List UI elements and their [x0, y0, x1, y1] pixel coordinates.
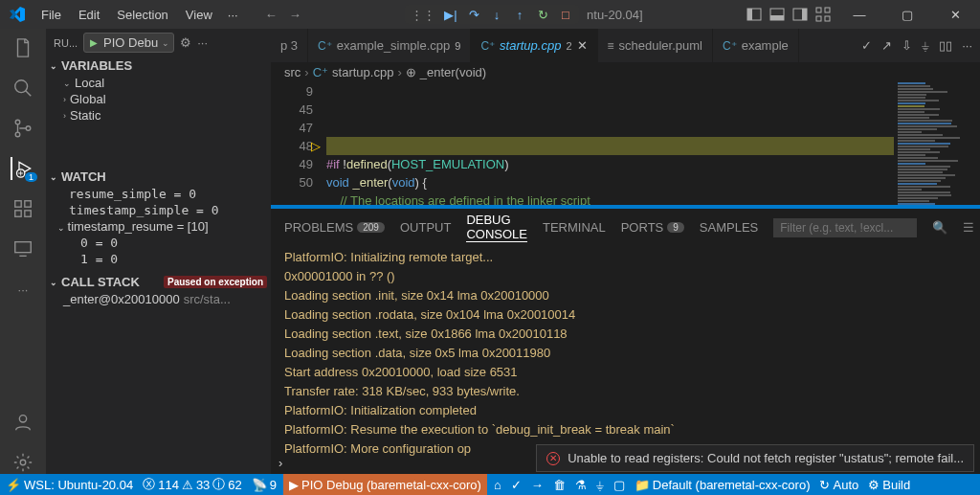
nav-back-icon[interactable]: ←: [265, 8, 278, 22]
status-home-icon[interactable]: ⌂: [494, 478, 501, 492]
watch-item[interactable]: resume_simple = 0: [46, 186, 271, 202]
stop-icon[interactable]: □: [558, 7, 573, 22]
step-over-icon[interactable]: ↷: [466, 7, 481, 22]
error-toast[interactable]: ✕ Unable to read registers: Could not fe…: [536, 444, 974, 472]
close-button[interactable]: ✕: [936, 0, 974, 29]
code-editor[interactable]: ▷ #if !defined(HOST_EMULATION)void _ente…: [326, 82, 894, 205]
svg-point-14: [26, 126, 31, 131]
status-debug-session[interactable]: ▶ PIO Debug (baremetal-cxx-coro): [283, 474, 487, 495]
step-out-icon[interactable]: ↑: [512, 7, 527, 22]
panel-tab-terminal[interactable]: TERMINAL: [543, 220, 606, 235]
menu-view[interactable]: View: [178, 4, 220, 26]
debug-config-label: PIO Debu: [103, 35, 158, 50]
panel-tab-problems[interactable]: PROBLEMS 209: [284, 220, 385, 235]
restart-icon[interactable]: ↻: [535, 7, 550, 22]
status-auto[interactable]: ↻ Auto: [819, 478, 858, 492]
watch-item[interactable]: ⌄ timestamp_resume = [10]: [46, 218, 271, 235]
remote-icon: ⚡: [6, 478, 21, 492]
watch-item[interactable]: 0 = 0: [46, 235, 271, 251]
more-icon[interactable]: ···: [197, 35, 208, 50]
callstack-frame[interactable]: _enter@0x20010000 src/sta...: [46, 291, 271, 307]
explorer-icon[interactable]: [11, 36, 34, 59]
editor-tab[interactable]: p 3: [271, 29, 308, 62]
section-callstack[interactable]: ⌄CALL STACK Paused on exception: [46, 273, 271, 291]
search-icon[interactable]: [11, 77, 34, 100]
check-icon[interactable]: ✓: [861, 38, 872, 53]
status-flask-icon[interactable]: ⚗: [575, 478, 587, 492]
variables-local[interactable]: ⌄Local: [46, 75, 271, 91]
minimap[interactable]: [894, 82, 980, 205]
svg-point-23: [20, 460, 26, 465]
svg-rect-17: [15, 211, 21, 216]
panel-tab-output[interactable]: OUTPUT: [400, 220, 451, 235]
layout-panel-icon[interactable]: [769, 7, 785, 22]
window-title: ntu-20.04]: [587, 8, 643, 22]
layout-sidebar-right-icon[interactable]: [792, 7, 808, 22]
panel-tab-debug-console[interactable]: DEBUG CONSOLE: [466, 213, 527, 242]
panel-tab-samples[interactable]: SAMPLES: [700, 220, 758, 235]
editor-tab[interactable]: ≡scheduler.puml: [598, 29, 713, 62]
arrow-icon[interactable]: ↗: [881, 38, 892, 53]
grip-icon[interactable]: ⋮⋮: [411, 8, 435, 22]
svg-rect-18: [25, 211, 31, 216]
filter-icon[interactable]: ☰: [963, 220, 974, 235]
activity-bar: ···: [0, 29, 46, 474]
debug-toolbar[interactable]: ⋮⋮ ▶| ↷ ↓ ↑ ↻ □: [405, 5, 579, 24]
svg-rect-5: [802, 9, 807, 20]
settings-gear-icon[interactable]: [11, 451, 34, 474]
watch-item[interactable]: 1 = 0: [46, 251, 271, 267]
chevron-down-icon: ⌄: [162, 38, 169, 48]
status-remote[interactable]: ⚡WSL: Ubuntu-20.04: [6, 478, 133, 492]
account-icon[interactable]: [11, 411, 34, 434]
sidebar-title: RU...: [54, 37, 78, 49]
menu-file[interactable]: File: [33, 4, 69, 26]
tab-actions: ✓ ↗ ⇩ ⏚ ▯▯ ···: [854, 29, 980, 62]
editor-tab[interactable]: C⁺example_simple.cpp9: [308, 29, 471, 62]
download-icon[interactable]: ⇩: [902, 38, 912, 53]
layout-customize-icon[interactable]: [815, 7, 831, 22]
vscode-logo: [0, 7, 33, 22]
continue-icon[interactable]: ▶|: [443, 7, 458, 22]
status-plug-icon[interactable]: ⏚: [596, 478, 604, 492]
status-errors[interactable]: ⓧ 114 ⚠ 33 ⓘ 62: [143, 476, 242, 493]
close-icon: ✕: [577, 38, 588, 53]
layout-sidebar-left-icon[interactable]: [746, 7, 762, 22]
panel-tab-ports[interactable]: PORTS 9: [621, 220, 684, 235]
status-env[interactable]: 📁 Default (baremetal-cxx-coro): [635, 478, 811, 492]
menu-overflow[interactable]: ···: [220, 4, 246, 26]
status-radio[interactable]: 📡 9: [252, 478, 277, 492]
book-icon[interactable]: ▯▯: [939, 38, 952, 53]
watch-item[interactable]: timestamp_simple = 0: [46, 202, 271, 218]
run-debug-icon[interactable]: [11, 157, 33, 180]
editor-tab[interactable]: C⁺example: [713, 29, 799, 62]
menu-edit[interactable]: Edit: [71, 4, 107, 26]
debug-config-selector[interactable]: ▶ PIO Debu ⌄: [83, 33, 174, 53]
editor-tab[interactable]: C⁺startup.cpp2✕: [471, 29, 597, 62]
breadcrumbs[interactable]: src› C⁺ startup.cpp› ⊕ _enter(void): [271, 62, 980, 82]
more-icon[interactable]: ···: [962, 38, 972, 53]
nav-forward-icon[interactable]: →: [289, 8, 301, 22]
plug-icon[interactable]: ⏚: [922, 38, 929, 53]
section-variables[interactable]: ⌄VARIABLES: [46, 56, 271, 75]
remote-explorer-icon[interactable]: [11, 237, 34, 260]
toast-message: Unable to read registers: Could not fetc…: [568, 451, 964, 465]
source-control-icon[interactable]: [11, 117, 34, 140]
menu-selection[interactable]: Selection: [109, 4, 175, 26]
debug-console-output[interactable]: PlatformIO: Initializing remote target..…: [271, 246, 980, 456]
variables-global[interactable]: ›Global: [46, 91, 271, 107]
minimize-button[interactable]: —: [840, 0, 879, 29]
extensions-icon[interactable]: [11, 197, 34, 220]
step-into-icon[interactable]: ↓: [489, 7, 504, 22]
panel-filter-input[interactable]: [773, 218, 917, 237]
gear-icon[interactable]: ⚙: [180, 35, 191, 50]
variables-static[interactable]: ›Static: [46, 107, 271, 124]
maximize-button[interactable]: ▢: [888, 0, 926, 29]
section-watch[interactable]: ⌄WATCH: [46, 168, 271, 186]
status-build[interactable]: ⚙ Build: [868, 478, 910, 492]
search-icon[interactable]: 🔍: [932, 220, 947, 235]
status-term-icon[interactable]: ▢: [613, 478, 625, 492]
status-trash-icon[interactable]: 🗑: [553, 478, 566, 492]
status-arrow-icon[interactable]: →: [531, 478, 544, 492]
status-check-icon[interactable]: ✓: [511, 478, 522, 492]
more-icon[interactable]: ···: [11, 278, 34, 301]
